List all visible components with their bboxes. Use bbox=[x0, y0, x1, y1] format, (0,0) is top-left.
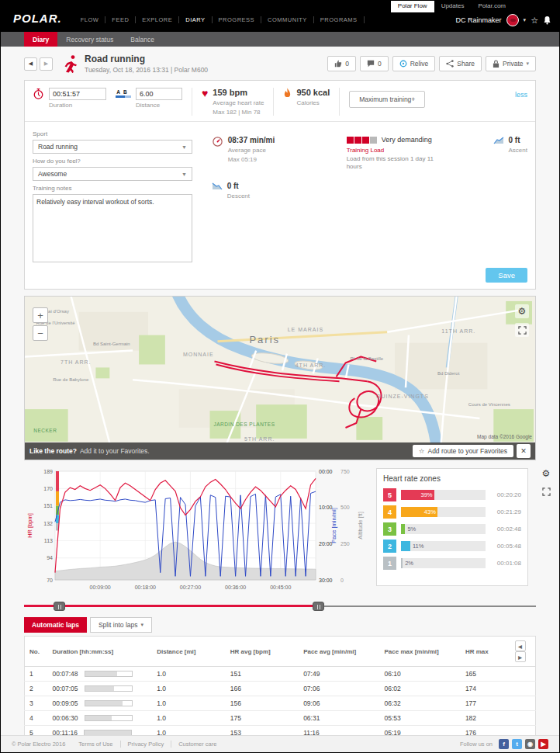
nav-item-diary[interactable]: DIARY bbox=[179, 16, 212, 23]
relive-icon bbox=[399, 60, 407, 68]
subnav-item-diary[interactable]: Diary bbox=[24, 32, 57, 47]
training-curve-chart[interactable]: 189170151132113947000:09:0000:18:0000:27… bbox=[24, 467, 367, 599]
share-button[interactable]: Share bbox=[439, 56, 482, 71]
instagram-icon[interactable]: ◉ bbox=[525, 739, 535, 749]
nav-item-feed[interactable]: FEED bbox=[105, 16, 136, 23]
lap-row[interactable]: 400:06:301.017506:3105:53182 bbox=[25, 711, 536, 726]
polar-logo[interactable]: POLAR. bbox=[13, 12, 62, 25]
top-tab-updates[interactable]: Updates bbox=[434, 1, 472, 12]
top-site-tabs: Polar FlowUpdatesPolar.com bbox=[391, 1, 513, 12]
training-notes-input[interactable]: Relatively easy interval workout of sort… bbox=[33, 194, 192, 262]
chart-fullscreen-icon[interactable] bbox=[539, 484, 553, 498]
map-settings-gear-icon[interactable]: ⚙ bbox=[515, 304, 529, 318]
map-canvas[interactable] bbox=[25, 297, 535, 443]
comment-button[interactable]: 0 bbox=[360, 56, 389, 71]
favorites-star-icon[interactable]: ☆ bbox=[531, 16, 538, 26]
nav-item-explore[interactable]: EXPLORE bbox=[136, 16, 179, 23]
summary-strip: Duration AB Distance ♥ bbox=[25, 81, 535, 121]
add-route-to-favorites-button[interactable]: ☆ Add route to your Favorites bbox=[413, 445, 513, 457]
top-tab-polar-flow[interactable]: Polar Flow bbox=[391, 1, 434, 12]
chart-settings-gear-icon[interactable]: ⚙ bbox=[539, 467, 553, 481]
nav-item-community[interactable]: COMMUNITY bbox=[261, 16, 314, 23]
hr-zone-number: 4 bbox=[383, 505, 396, 519]
training-benefit-button[interactable]: Maximum training+ bbox=[349, 91, 425, 108]
lap-pace-max: 06:32 bbox=[380, 696, 461, 711]
tab-automatic-laps[interactable]: Automatic laps bbox=[24, 617, 87, 633]
privacy-button[interactable]: Private ▾ bbox=[486, 56, 536, 71]
svg-text:250: 250 bbox=[340, 541, 350, 547]
laps-prev-page-button[interactable]: ◀ bbox=[515, 640, 526, 651]
close-overlay-button[interactable]: ✕ bbox=[517, 444, 531, 458]
lap-duration-cell: 00:07:48 bbox=[52, 670, 147, 678]
session-summary-card: Duration AB Distance ♥ bbox=[24, 80, 536, 290]
laps-next-page-button[interactable]: ▶ bbox=[515, 651, 526, 662]
scrubber-left-handle[interactable] bbox=[54, 602, 65, 611]
nav-item-progress[interactable]: PROGRESS bbox=[213, 16, 262, 23]
hr-zone-time: 00:20:20 bbox=[490, 491, 521, 498]
youtube-icon[interactable]: ▶ bbox=[538, 739, 548, 749]
divider bbox=[339, 88, 340, 116]
timeline-scrubber[interactable] bbox=[24, 600, 536, 612]
training-load-description: Load from this session 1 day 11 hours bbox=[347, 155, 440, 172]
footer-link-customer-care[interactable]: Customer care bbox=[171, 741, 223, 748]
share-label: Share bbox=[457, 60, 475, 68]
notifications-bell-icon[interactable] bbox=[543, 16, 551, 25]
feel-select[interactable]: Awesome ▼ bbox=[33, 167, 192, 181]
pace-gauge-icon bbox=[212, 136, 223, 147]
route-map[interactable]: Quai d'OrsayRue de l'UniversitéBd Saint-… bbox=[24, 296, 536, 460]
scrubber-right-handle[interactable] bbox=[313, 602, 324, 611]
nav-item-programs[interactable]: PROGRAMS bbox=[314, 16, 365, 23]
avg-hr-label: Average heart rate bbox=[213, 99, 264, 106]
load-block bbox=[347, 137, 354, 144]
hr-zone-fill bbox=[401, 541, 410, 551]
lap-pace-avg: 07:06 bbox=[299, 682, 379, 696]
lap-duration-fill bbox=[85, 671, 117, 676]
relive-button[interactable]: Relive bbox=[392, 56, 436, 71]
top-tab-polar-com[interactable]: Polar.com bbox=[471, 1, 513, 12]
footer-link-privacy-policy[interactable]: Privacy Policy bbox=[120, 741, 171, 748]
session-actions: 0 0 Relive Share Private ▾ bbox=[327, 56, 536, 71]
lap-duration-cell: 00:07:05 bbox=[52, 685, 147, 692]
like-button[interactable]: 0 bbox=[327, 56, 356, 71]
svg-text:189: 189 bbox=[43, 469, 53, 474]
sub-nav: DiaryRecovery statusBalance bbox=[1, 32, 559, 47]
hr-zone-fill: 39% bbox=[401, 490, 434, 500]
distance-input[interactable] bbox=[136, 88, 182, 100]
split-laps-label: Split into laps bbox=[99, 621, 138, 629]
feel-select-value: Awesome bbox=[38, 170, 67, 178]
laps-column-header: HR avg [bpm] bbox=[226, 637, 299, 667]
hr-zone-percent: 5% bbox=[407, 524, 416, 534]
save-button[interactable]: Save bbox=[486, 268, 527, 283]
user-name[interactable]: DC Rainmaker bbox=[456, 16, 502, 24]
map-fullscreen-icon[interactable] bbox=[515, 323, 529, 337]
nav-item-flow[interactable]: FLOW bbox=[74, 16, 106, 23]
lap-row[interactable]: 200:07:051.016607:0606:02174 bbox=[25, 682, 536, 696]
chevron-down-icon[interactable]: ▾ bbox=[524, 17, 527, 23]
svg-text:113: 113 bbox=[44, 538, 53, 543]
svg-text:00:09:00: 00:09:00 bbox=[90, 585, 111, 590]
collapse-details-link[interactable]: less bbox=[515, 91, 527, 99]
lap-row[interactable]: 300:09:051.015609:0606:32177 bbox=[25, 696, 536, 711]
zoom-out-button[interactable]: − bbox=[33, 325, 48, 341]
subnav-item-recovery-status[interactable]: Recovery status bbox=[57, 32, 122, 47]
laps-column-header: Duration [hh:mm:ss] bbox=[47, 637, 152, 667]
previous-session-button[interactable]: ◀ bbox=[24, 57, 37, 71]
lap-row[interactable]: 100:07:481.015107:4906:10165 bbox=[25, 667, 536, 682]
twitter-icon[interactable]: t bbox=[512, 739, 522, 749]
sport-select-value: Road running bbox=[38, 143, 78, 151]
tab-split-into-laps[interactable]: Split into laps ▾ bbox=[90, 617, 152, 633]
lap-duration-value: 00:07:48 bbox=[52, 670, 78, 678]
sport-select[interactable]: Road running ▼ bbox=[33, 140, 192, 154]
training-load-column: Very demanding Training Load Load from t… bbox=[347, 128, 493, 265]
subnav-item-balance[interactable]: Balance bbox=[122, 32, 163, 47]
footer-link-terms-of-use[interactable]: Terms of Use bbox=[71, 741, 119, 748]
duration-input[interactable] bbox=[49, 88, 106, 100]
load-block bbox=[354, 137, 361, 144]
facebook-icon[interactable]: f bbox=[499, 739, 509, 749]
lap-distance: 1.0 bbox=[152, 696, 226, 711]
svg-text:00:00: 00:00 bbox=[319, 469, 333, 474]
zoom-in-button[interactable]: + bbox=[33, 307, 48, 323]
next-session-button[interactable]: ▶ bbox=[40, 57, 53, 71]
avatar[interactable] bbox=[506, 14, 519, 26]
svg-text:Pace [min/mi]: Pace [min/mi] bbox=[330, 508, 337, 543]
